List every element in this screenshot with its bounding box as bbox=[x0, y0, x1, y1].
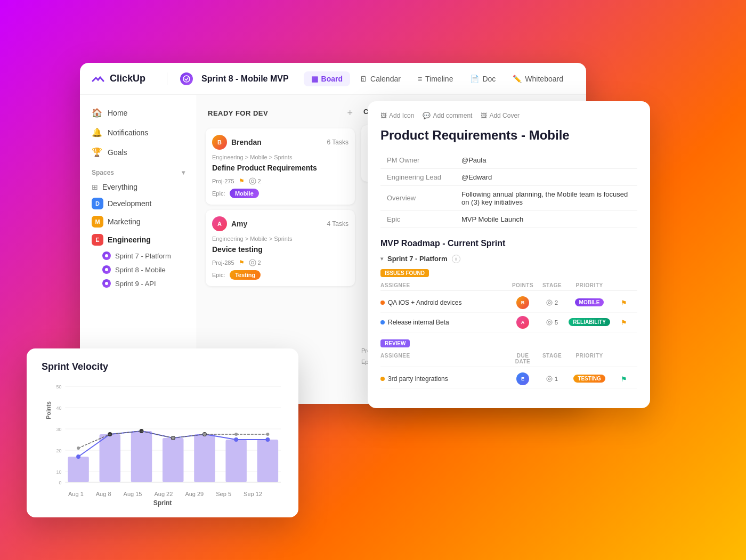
review-tasks-header: ASSIGNEE DUE DATE STAGE PRIORITY bbox=[380, 351, 637, 367]
sidebar-item-everything[interactable]: ⊞ Everything bbox=[86, 180, 190, 194]
velocity-title: Sprint Velocity bbox=[42, 361, 283, 372]
bar-aug29 bbox=[194, 434, 215, 482]
task-points-3rd: 1 bbox=[536, 376, 568, 382]
tab-board[interactable]: ▦ Board bbox=[304, 71, 350, 86]
dot-line2-3 bbox=[172, 436, 175, 440]
doc-field-pm-key: PM Owner bbox=[380, 152, 455, 169]
avatar-qa: B bbox=[516, 296, 529, 309]
dot-line2-6 bbox=[266, 433, 269, 436]
sprint8-dot-icon bbox=[102, 265, 111, 274]
sprint-info-icon: i bbox=[452, 255, 460, 263]
development-badge: D bbox=[92, 198, 103, 209]
tab-doc[interactable]: 📄 Doc bbox=[463, 71, 503, 86]
sidebar-item-development[interactable]: D Development bbox=[86, 194, 190, 213]
gear-icon-qa bbox=[546, 299, 553, 306]
whiteboard-tab-label: Whiteboard bbox=[525, 75, 563, 83]
gear-icon-beta bbox=[546, 319, 553, 326]
sprint-chevron-icon: ▾ bbox=[380, 256, 383, 262]
gear-icon-3rd bbox=[546, 376, 553, 382]
whiteboard-tab-icon: ✏️ bbox=[513, 75, 522, 83]
bar-sep12 bbox=[257, 440, 278, 482]
column-add-ready[interactable]: + bbox=[347, 108, 353, 119]
dot-line2-4 bbox=[203, 433, 206, 436]
board-card-brendan: B Brendan 6 Tasks Engineering > Mobile >… bbox=[206, 128, 355, 205]
svg-point-3 bbox=[249, 259, 256, 266]
sidebar-item-home[interactable]: 🏠 Home bbox=[86, 103, 190, 122]
task-bullet-beta: Release internal Beta bbox=[380, 319, 509, 326]
sidebar-item-sprint8[interactable]: Sprint 8 - Mobile bbox=[86, 263, 190, 277]
card-tasks-brendan: 6 Tasks bbox=[327, 139, 348, 146]
proj-id-amy: Proj-285 bbox=[212, 259, 234, 266]
add-icon-toolbar-icon: 🖼 bbox=[380, 112, 387, 119]
sprint9-dot-icon bbox=[102, 279, 111, 288]
sidebar-item-goals-label: Goals bbox=[108, 148, 127, 157]
cover-icon: 🖼 bbox=[481, 112, 487, 119]
dot-line1-6 bbox=[265, 437, 270, 442]
chart-container: 50 40 30 20 10 0 bbox=[42, 381, 283, 488]
sidebar-item-sprint7[interactable]: Sprint 7 - Platform bbox=[86, 249, 190, 263]
add-comment-button[interactable]: 💬 Add comment bbox=[423, 112, 472, 119]
doc-title: Product Requirements - Mobile bbox=[380, 128, 637, 143]
engineering-badge: E bbox=[92, 234, 103, 246]
avatar-brendan: B bbox=[212, 135, 227, 150]
x-axis-title: Sprint bbox=[42, 499, 283, 507]
avatar-beta: A bbox=[516, 316, 529, 329]
task-assignee-beta: A bbox=[509, 316, 536, 329]
avatar-amy: A bbox=[212, 216, 227, 231]
svg-point-13 bbox=[547, 376, 552, 382]
tab-calendar[interactable]: 🗓 Calendar bbox=[352, 71, 408, 86]
col-header-priority2: PRIORITY bbox=[568, 353, 611, 364]
col-header-points1: POINTS bbox=[509, 282, 536, 288]
bar-sep5 bbox=[225, 440, 246, 482]
home-icon: 🏠 bbox=[92, 108, 102, 118]
sprint-name: Sprint 7 - Platform bbox=[387, 255, 448, 263]
priority-flag-3rd: ⚑ bbox=[621, 375, 627, 383]
add-icon-label: Add Icon bbox=[389, 112, 414, 119]
sidebar-item-marketing[interactable]: M Marketing bbox=[86, 213, 190, 231]
sidebar-item-engineering[interactable]: E Engineering bbox=[86, 231, 190, 249]
sidebar-item-notifications[interactable]: 🔔 Notifications bbox=[86, 123, 190, 142]
svg-text:10: 10 bbox=[56, 469, 62, 475]
calendar-tab-icon: 🗓 bbox=[360, 75, 367, 83]
card-tasks-amy: 4 Tasks bbox=[327, 220, 348, 228]
sidebar-item-everything-label: Everything bbox=[102, 183, 137, 191]
dot-line2-5 bbox=[234, 433, 238, 436]
board-tab-label: Board bbox=[321, 75, 343, 83]
x-label-aug29: Aug 29 bbox=[185, 491, 204, 497]
tab-whiteboard[interactable]: ✏️ Whiteboard bbox=[505, 71, 571, 86]
card-meta-amy: Proj-285 ⚑ 2 bbox=[212, 259, 348, 266]
epic-badge-testing: Testing bbox=[230, 270, 261, 280]
doc-field-eng: Engineering Lead @Edward bbox=[380, 168, 637, 185]
clickup-logo-icon bbox=[91, 71, 106, 86]
issues-tasks-header: ASSIGNEE POINTS STAGE PRIORITY bbox=[380, 280, 637, 291]
svg-point-14 bbox=[548, 378, 550, 380]
task-points-beta: 5 bbox=[536, 319, 568, 326]
issues-found-badge: ISSUES FOUND bbox=[380, 269, 429, 277]
task-row-qa-ios: QA iOS + Android devices B 2 MOBILE ⚑ bbox=[380, 293, 637, 313]
doc-field-overview: Overview Following annual planning, the … bbox=[380, 185, 637, 210]
card-user-name-brendan: Brendan bbox=[231, 138, 262, 147]
add-icon-button[interactable]: 🖼 Add Icon bbox=[380, 112, 414, 119]
avatar-3rd: E bbox=[516, 372, 529, 385]
bar-aug1 bbox=[68, 457, 88, 482]
column-title-ready: READY FOR DEV bbox=[208, 109, 268, 117]
bar-aug22 bbox=[163, 438, 183, 482]
task-bullet-qa: QA iOS + Android devices bbox=[380, 299, 509, 306]
add-cover-button[interactable]: 🖼 Add Cover bbox=[481, 112, 520, 119]
svg-point-9 bbox=[547, 300, 552, 305]
task-label-beta: Release internal Beta bbox=[388, 319, 449, 326]
task-priority-3rd: ⚑ bbox=[611, 374, 637, 384]
task-dot-qa bbox=[380, 301, 385, 305]
card-user-info-brendan: B Brendan bbox=[212, 135, 262, 150]
everything-grid-icon: ⊞ bbox=[92, 183, 98, 191]
bar-aug8 bbox=[100, 434, 120, 482]
card-title-amy: Device testing bbox=[212, 245, 348, 254]
sidebar-item-marketing-label: Marketing bbox=[108, 217, 140, 226]
task-priority-qa: ⚑ bbox=[611, 298, 637, 307]
tab-timeline[interactable]: ≡ Timeline bbox=[410, 71, 461, 86]
card-user-name-amy: Amy bbox=[231, 220, 247, 228]
sidebar-item-goals[interactable]: 🏆 Goals bbox=[86, 143, 190, 161]
task-label-qa: QA iOS + Android devices bbox=[388, 299, 461, 306]
sidebar-item-sprint9[interactable]: Sprint 9 - API bbox=[86, 277, 190, 290]
task-assignee-3rd: E bbox=[509, 372, 536, 385]
